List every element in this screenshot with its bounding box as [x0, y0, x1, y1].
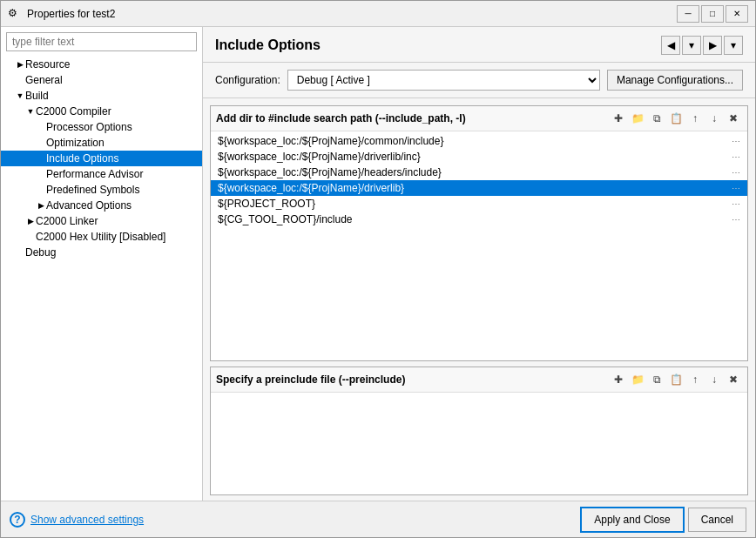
- entry-text: ${workspace_loc:/${ProjName}/headers/inc…: [218, 166, 728, 178]
- panel-header-bottom: Specify a preinclude file (--preinclude)…: [211, 367, 747, 393]
- include-path-list: ${workspace_loc:/${ProjName}/common/incl…: [211, 131, 747, 360]
- list-item[interactable]: ${workspace_loc:/${ProjName}/headers/inc…: [211, 165, 747, 180]
- help-button[interactable]: ?: [10, 512, 25, 528]
- nav-forward-dropdown-button[interactable]: ▾: [724, 36, 743, 55]
- sidebar-item-label: C2000 Hex Utility [Disabled]: [36, 231, 165, 243]
- copy-icon: ⧉: [653, 373, 661, 386]
- tree-arrow: ▼: [15, 91, 25, 100]
- sidebar-item-label: Debug: [25, 246, 56, 259]
- preinclude-list: [211, 393, 747, 494]
- add-workspace-button[interactable]: 📁: [629, 110, 646, 127]
- paste-icon: 📋: [670, 373, 683, 386]
- sidebar-item-label: Optimization: [46, 137, 105, 149]
- preinclude-panel: Specify a preinclude file (--preinclude)…: [210, 367, 748, 495]
- entry-ellipsis-icon: ⋯: [732, 215, 740, 225]
- move-up-button-bottom[interactable]: ↑: [686, 371, 704, 388]
- sidebar-item-optimization[interactable]: Optimization: [1, 135, 202, 151]
- copy-icon: ⧉: [653, 112, 661, 124]
- add-button-bottom[interactable]: ✚: [610, 371, 627, 388]
- sidebar-item-processor-options[interactable]: Processor Options: [1, 119, 202, 135]
- sidebar-item-label: Resource: [25, 58, 70, 71]
- entry-ellipsis-icon: ⋯: [732, 137, 740, 146]
- close-button[interactable]: ✕: [726, 5, 748, 23]
- sidebar-item-include-options[interactable]: Include Options: [1, 151, 202, 166]
- sidebar-item-build[interactable]: ▼ Build: [1, 88, 202, 104]
- sidebar: ▶ Resource General ▼ Build ▼ C2000 Compi…: [1, 27, 203, 501]
- delete-button-top[interactable]: ✖: [725, 110, 742, 127]
- entry-ellipsis-icon: ⋯: [732, 168, 740, 178]
- add-workspace-button-bottom[interactable]: 📁: [629, 371, 646, 388]
- content-header: Include Options ◀ ▾ ▶ ▾: [203, 27, 755, 63]
- sidebar-item-debug[interactable]: Debug: [1, 245, 202, 260]
- include-path-panel-title: Add dir to #include search path (--inclu…: [216, 112, 610, 124]
- entry-text: ${PROJECT_ROOT}: [218, 198, 728, 210]
- configuration-row: Configuration: Debug [ Active ] Manage C…: [203, 63, 755, 98]
- sidebar-item-c2000-hex[interactable]: C2000 Hex Utility [Disabled]: [1, 229, 202, 245]
- entry-ellipsis-icon: ⋯: [732, 184, 740, 193]
- show-advanced-link[interactable]: Show advanced settings: [30, 514, 144, 526]
- paste-button[interactable]: 📋: [667, 110, 685, 127]
- main-container: ▶ Resource General ▼ Build ▼ C2000 Compi…: [1, 27, 755, 501]
- sidebar-item-c2000-compiler[interactable]: ▼ C2000 Compiler: [1, 104, 202, 119]
- filter-input[interactable]: [6, 32, 197, 51]
- manage-configurations-button[interactable]: Manage Configurations...: [607, 70, 743, 91]
- config-select[interactable]: Debug [ Active ]: [287, 70, 600, 91]
- sidebar-item-advanced-options[interactable]: ▶ Advanced Options: [1, 198, 202, 213]
- entry-text: ${CG_TOOL_ROOT}/include: [218, 213, 728, 225]
- title-icon: ⚙: [8, 7, 22, 21]
- preinclude-panel-title: Specify a preinclude file (--preinclude): [216, 373, 610, 386]
- nav-back-button[interactable]: ◀: [661, 36, 680, 55]
- list-item[interactable]: ${PROJECT_ROOT} ⋯: [211, 196, 747, 212]
- nav-forward-button[interactable]: ▶: [703, 36, 722, 55]
- dropdown-arrow-icon: ▾: [689, 39, 694, 51]
- list-item[interactable]: ${workspace_loc:/${ProjName}/common/incl…: [211, 133, 747, 149]
- bottom-bar: ? Show advanced settings Apply and Close…: [1, 501, 755, 537]
- list-item-selected[interactable]: ${workspace_loc:/${ProjName}/driverlib} …: [211, 180, 747, 196]
- nav-back-icon: ◀: [667, 39, 675, 51]
- sidebar-item-performance-advisor[interactable]: Performance Advisor: [1, 166, 202, 182]
- move-up-icon: ↑: [692, 373, 698, 386]
- apply-close-button[interactable]: Apply and Close: [580, 507, 684, 533]
- move-down-button-bottom[interactable]: ↓: [705, 371, 723, 388]
- panel-header-top: Add dir to #include search path (--inclu…: [211, 106, 747, 131]
- add-icon: ✚: [614, 112, 623, 124]
- title-bar: ⚙ Properties for test2 ─ □ ✕: [1, 1, 755, 27]
- panels-container: Add dir to #include search path (--inclu…: [203, 98, 755, 501]
- delete-button-bottom[interactable]: ✖: [725, 371, 742, 388]
- nav-dropdown-button[interactable]: ▾: [682, 36, 701, 55]
- content-area: Include Options ◀ ▾ ▶ ▾ Configuration: D…: [203, 27, 755, 501]
- sidebar-item-c2000-linker[interactable]: ▶ C2000 Linker: [1, 213, 202, 229]
- panel-toolbar-top: ✚ 📁 ⧉ 📋 ↑: [610, 110, 742, 127]
- sidebar-item-resource[interactable]: ▶ Resource: [1, 57, 202, 72]
- maximize-button[interactable]: □: [701, 5, 724, 23]
- entry-ellipsis-icon: ⋯: [732, 152, 740, 162]
- add-button[interactable]: ✚: [610, 110, 627, 127]
- entry-text: ${workspace_loc:/${ProjName}/driverlib}: [218, 182, 728, 194]
- move-up-icon: ↑: [692, 112, 698, 124]
- sidebar-item-label: Processor Options: [46, 121, 132, 133]
- list-item[interactable]: ${CG_TOOL_ROOT}/include ⋯: [211, 212, 747, 227]
- delete-icon: ✖: [729, 373, 738, 386]
- nav-forward-icon: ▶: [709, 39, 717, 51]
- entry-text: ${workspace_loc:/${ProjName}/common/incl…: [218, 135, 728, 147]
- minimize-button[interactable]: ─: [677, 5, 699, 23]
- copy-button-bottom[interactable]: ⧉: [648, 371, 665, 388]
- dropdown-arrow-icon2: ▾: [731, 39, 736, 51]
- add-icon: ✚: [614, 373, 623, 386]
- list-item[interactable]: ${workspace_loc:/${ProjName}/driverlib/i…: [211, 149, 747, 165]
- sidebar-item-label: Include Options: [46, 152, 118, 165]
- paste-button-bottom[interactable]: 📋: [667, 371, 685, 388]
- sidebar-item-label: C2000 Compiler: [36, 105, 111, 118]
- window-controls: ─ □ ✕: [677, 5, 748, 23]
- move-up-button[interactable]: ↑: [686, 110, 704, 127]
- copy-button[interactable]: ⧉: [648, 110, 665, 127]
- cancel-button[interactable]: Cancel: [688, 508, 746, 532]
- entry-ellipsis-icon: ⋯: [732, 199, 740, 209]
- sidebar-item-general[interactable]: General: [1, 72, 202, 88]
- tree-arrow: ▶: [15, 60, 25, 69]
- include-path-panel: Add dir to #include search path (--inclu…: [210, 105, 748, 361]
- sidebar-item-predefined-symbols[interactable]: Predefined Symbols: [1, 182, 202, 198]
- sidebar-item-label: Advanced Options: [46, 199, 132, 212]
- move-down-button[interactable]: ↓: [705, 110, 723, 127]
- page-title: Include Options: [215, 37, 661, 53]
